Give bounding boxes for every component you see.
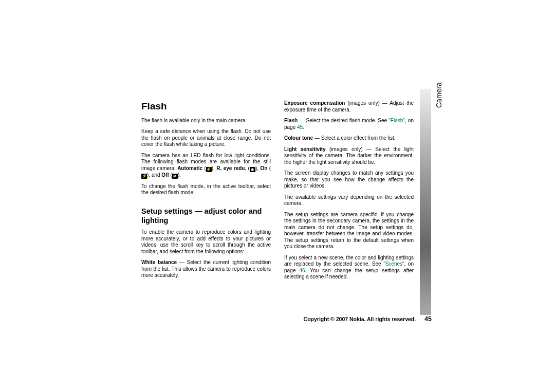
heading-setup: Setup settings — adjust color and lighti…	[141, 207, 271, 225]
para: The flash is available only in the main …	[141, 118, 271, 124]
mode-off: Off	[161, 172, 169, 178]
text: — Select the desired flash mode. See	[298, 118, 388, 123]
para-white-balance: White balance — Select the current light…	[141, 259, 271, 279]
para-flash-modes: The camera has an LED flash for low ligh…	[141, 153, 271, 179]
sidebar-tab-label: Camera	[435, 82, 443, 108]
mode-on: On	[260, 165, 267, 171]
sidebar-tab	[420, 89, 431, 315]
text: — Select a color effect from the list.	[313, 135, 395, 141]
para: The screen display changes to match any …	[284, 170, 414, 190]
para-flash-ref: Flash — Select the desired flash mode. S…	[284, 118, 414, 130]
para-colour-tone: Colour tone — Select a color effect from…	[284, 135, 414, 142]
para: The available settings vary depending on…	[284, 194, 414, 207]
para: To change the flash mode, in the active …	[141, 183, 271, 196]
para: The setup settings are camera specific; …	[284, 212, 414, 250]
left-column: Flash The flash is available only in the…	[141, 100, 271, 284]
heading-flash: Flash	[141, 100, 271, 113]
light-sensitivity-label: Light sensitivity	[284, 146, 326, 152]
copyright-text: Copyright © 2007 Nokia. All rights reser…	[304, 316, 416, 322]
link-page-46[interactable]: 46	[299, 268, 305, 273]
link-page-45[interactable]: 45	[297, 124, 303, 130]
para-exposure: Exposure compensation (images only) — Ad…	[284, 100, 414, 113]
flash-on-icon	[141, 174, 147, 179]
redeye-icon	[250, 167, 255, 172]
page-content: Flash The flash is available only in the…	[141, 100, 414, 285]
footer: Copyright © 2007 Nokia. All rights reser…	[278, 315, 432, 323]
para-light-sensitivity: Light sensitivity (images only) — Select…	[284, 146, 414, 166]
colour-tone-label: Colour tone	[284, 135, 313, 141]
link-scenes[interactable]: "Scenes"	[383, 261, 404, 267]
para: Keep a safe distance when using the flas…	[141, 128, 271, 148]
exposure-label: Exposure compensation	[284, 100, 345, 106]
link-flash[interactable]: "Flash"	[388, 118, 405, 123]
page-number: 45	[424, 315, 432, 323]
flash-off-icon	[172, 174, 178, 179]
para-scenes: If you select a new scene, the color and…	[284, 255, 414, 281]
mode-automatic: Automatic	[177, 165, 202, 171]
flash-label: Flash	[284, 118, 298, 123]
white-balance-label: White balance	[141, 259, 177, 265]
right-column: Exposure compensation (images only) — Ad…	[284, 100, 414, 285]
para: To enable the camera to reproduce colors…	[141, 229, 271, 255]
flash-auto-icon	[206, 167, 212, 172]
mode-redeye: R. eye redu.	[216, 165, 246, 171]
